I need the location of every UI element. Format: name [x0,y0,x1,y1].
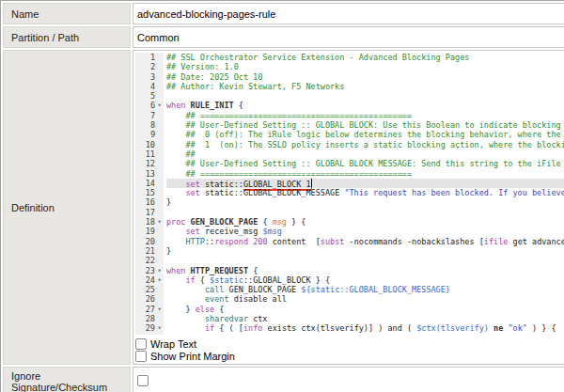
code-line[interactable]: ## =====================================… [166,111,564,120]
fold-spacer [155,91,164,101]
gutter-line: 26 [135,294,164,304]
gutter-line: 10 [135,140,164,149]
gutter-line: 8 [135,120,164,130]
definition-label: Definition [3,50,131,365]
fold-arrow-icon[interactable]: ▾ [155,266,164,275]
fold-spacer [155,111,164,120]
show-print-margin-option[interactable]: Show Print Margin [135,350,564,362]
code-line[interactable]: set receive_msg $msg [166,227,564,236]
fold-spacer [155,197,164,207]
fold-spacer [155,82,164,91]
properties-table: Name advanced-blocking-pages-rule Partit… [0,0,564,392]
code-line[interactable]: when HTTP_REQUEST { [166,266,564,275]
fold-arrow-icon[interactable]: ▾ [155,217,164,227]
gutter-line: 17 [135,208,164,217]
fold-arrow-icon[interactable]: ▾ [155,323,164,333]
fold-spacer [155,53,164,62]
fold-spacer [155,227,164,236]
code-line[interactable]: ## [166,149,564,159]
code-line[interactable] [166,91,564,101]
gutter-line: 4 [135,82,164,91]
code-line[interactable]: ## 0 (off): The iRule logic below determ… [166,130,564,139]
gutter-line: 23▾ [135,266,164,275]
gutter-line: 11 [135,149,164,159]
gutter-line: 14 [135,179,164,188]
code-line[interactable]: set static::GLOBAL_BLOCK_MESSAGE "This r… [166,188,564,197]
table-row: Definition 123456▾789101112131415161718▾… [3,50,564,365]
fold-spacer [155,149,164,159]
table-row: Name advanced-blocking-pages-rule [3,3,564,24]
fold-spacer [155,159,164,168]
wrap-text-label: Wrap Text [150,338,196,350]
gutter-line: 22 [135,256,164,265]
gutter-line: 13 [135,169,164,179]
wrap-text-option[interactable]: Wrap Text [135,337,564,350]
fold-arrow-icon[interactable]: ▾ [155,305,164,314]
code-line[interactable]: sharedvar ctx [166,314,564,323]
gutter-line: 15 [135,188,164,197]
show-print-margin-checkbox[interactable] [135,351,147,362]
code-line[interactable]: ## SSL Orchestrator Service Extension - … [166,53,564,62]
fold-spacer [155,256,164,265]
gutter-line: 12 [135,159,164,168]
gutter-line: 28 [135,314,164,323]
gutter-line: 19 [135,227,164,236]
code-line[interactable]: ## Version: 1.0 [166,62,564,71]
code-line[interactable]: event disable all [166,294,564,304]
gutter-line: 27▾ [135,305,164,314]
code-line[interactable] [166,256,564,265]
show-print-margin-label: Show Print Margin [150,351,235,362]
fold-spacer [155,169,164,179]
code-line[interactable]: proc GEN_BLOCK_PAGE { msg } { [166,217,564,227]
fold-arrow-icon[interactable]: ▾ [155,275,164,285]
code-line[interactable]: ## Author: Kevin Stewart, F5 Networks [166,82,564,91]
gutter-line: 18▾ [135,217,164,227]
gutter-line: 24▾ [135,275,164,285]
gutter-line: 21 [135,246,164,256]
code-line[interactable]: ## =====================================… [166,169,564,179]
editor-options: Wrap Text Show Print Margin [135,337,564,362]
code-line[interactable]: } else { [166,305,564,314]
code-line[interactable]: if { ( [info exists ctx(tlsverify)] ) an… [166,323,564,333]
code-line[interactable]: when RULE_INIT { [166,101,564,110]
name-value: advanced-blocking-pages-rule [133,3,564,24]
definition-cell: 123456▾789101112131415161718▾1920212223▾… [133,50,564,365]
code-line[interactable]: if { $static::GLOBAL_BLOCK } { [166,275,564,285]
fold-spacer [155,140,164,149]
gutter-line: 2 [135,62,164,71]
fold-arrow-icon[interactable]: ▾ [155,101,164,110]
partition-path-value: Common [133,26,564,48]
code-line[interactable]: set static::GLOBAL_BLOCK 1 [166,179,564,188]
editor-gutter: 123456▾789101112131415161718▾1920212223▾… [135,53,164,335]
code-line[interactable]: ## User-Defined Setting :: GLOBAL BLOCK … [166,159,564,168]
code-line[interactable]: ## 1 (on): The SSLO policy inserts a sta… [166,140,564,149]
code-lines[interactable]: ## SSL Orchestrator Service Extension - … [164,53,564,335]
fold-spacer [155,285,164,294]
fold-spacer [155,120,164,130]
ignore-signature-label: Ignore Signature/Checksum [3,367,131,392]
ignore-signature-cell [133,367,564,392]
gutter-line: 9 [135,130,164,139]
gutter-line: 20 [135,237,164,246]
code-line[interactable]: ## User-Defined Setting :: GLOBAL BLOCK:… [166,120,564,130]
name-label: Name [3,3,131,24]
gutter-line: 6▾ [135,101,164,110]
partition-path-label: Partition / Path [3,26,131,48]
gutter-line: 29▾ [135,323,164,333]
fold-spacer [155,237,164,246]
ignore-signature-checkbox[interactable] [137,375,149,386]
fold-spacer [155,246,164,256]
code-line[interactable]: } [166,197,564,207]
fold-spacer [155,62,164,71]
code-line[interactable]: HTTP::respond 200 content [subst -nocomm… [166,237,564,246]
code-line[interactable]: } [166,246,564,256]
code-line[interactable]: ## Date: 2025 Oct 10 [166,72,564,82]
fold-spacer [155,294,164,304]
gutter-line: 25 [135,285,164,294]
gutter-line: 1 [135,53,164,62]
wrap-text-checkbox[interactable] [135,338,147,350]
fold-spacer [155,208,164,217]
code-line[interactable]: call GEN_BLOCK_PAGE ${static::GLOBAL_BLO… [166,285,564,294]
code-editor[interactable]: 123456▾789101112131415161718▾1920212223▾… [135,53,564,335]
code-line[interactable] [166,208,564,217]
